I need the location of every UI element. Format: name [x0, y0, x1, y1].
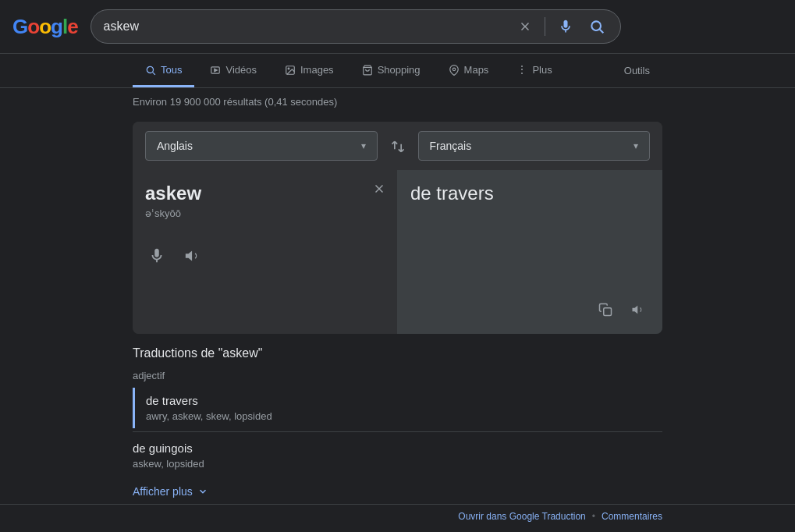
svg-rect-15 — [604, 308, 612, 316]
pos-label: adjectif — [133, 370, 662, 381]
nav-tabs: Tous Vidéos Images Shopping — [0, 54, 795, 88]
speaker-icon — [184, 247, 201, 264]
close-icon — [518, 20, 532, 34]
svg-marker-16 — [633, 306, 638, 314]
translation-secondary-2: askew, lopsided — [133, 458, 662, 470]
source-lang-chevron-icon: ▾ — [361, 140, 366, 151]
translation-entry-1: de travers awry, askew, skew, lopsided — [133, 388, 662, 428]
svg-line-3 — [599, 30, 603, 34]
source-phonetic: əˈskyōō — [145, 207, 385, 219]
svg-point-11 — [453, 68, 456, 71]
svg-point-2 — [591, 21, 601, 30]
copy-icon — [598, 303, 612, 317]
target-audio-controls — [410, 298, 650, 321]
footer-separator: • — [592, 511, 595, 522]
results-count: Environ 19 900 000 résultats (0,41 secon… — [0, 88, 795, 115]
source-audio-controls — [145, 238, 385, 268]
tab-plus-label: Plus — [532, 64, 552, 76]
tab-maps[interactable]: Maps — [436, 54, 502, 87]
search-bar[interactable] — [91, 9, 621, 44]
tab-maps-label: Maps — [464, 64, 489, 76]
tab-shopping-label: Shopping — [378, 64, 421, 76]
header: Google — [0, 0, 795, 54]
source-speaker-button[interactable] — [181, 244, 204, 268]
swap-icon — [390, 139, 406, 154]
translation-primary-1: de travers — [146, 394, 662, 407]
copy-button[interactable] — [594, 298, 617, 321]
footer-links: Ouvrir dans Google Traduction • Commenta… — [0, 504, 795, 528]
language-selectors: Anglais ▾ Français ▾ — [133, 122, 662, 170]
search-input[interactable] — [104, 20, 515, 34]
mic-icon — [558, 19, 573, 34]
search-divider — [545, 17, 545, 36]
tab-tous[interactable]: Tous — [133, 54, 194, 87]
swap-languages-button[interactable] — [387, 135, 409, 158]
open-google-translate-link[interactable]: Ouvrir dans Google Traduction — [458, 511, 585, 522]
target-box: de travers — [398, 170, 662, 334]
source-box: askew əˈskyōō — [133, 170, 398, 334]
svg-point-9 — [288, 68, 289, 69]
outils-button[interactable]: Outils — [612, 55, 662, 86]
clear-translation-button[interactable] — [372, 181, 386, 196]
translations-title: Traductions de "askew" — [133, 346, 662, 360]
svg-marker-7 — [215, 69, 218, 73]
show-more-button[interactable]: Afficher plus — [133, 485, 208, 498]
tab-tous-label: Tous — [161, 64, 182, 76]
target-language-selector[interactable]: Français ▾ — [418, 131, 651, 161]
plus-icon: ⋮ — [516, 63, 527, 76]
tous-icon — [145, 63, 156, 76]
target-word: de travers — [410, 183, 650, 204]
source-mic-button[interactable] — [145, 244, 169, 268]
tab-images-label: Images — [300, 64, 334, 76]
source-language-selector[interactable]: Anglais ▾ — [145, 131, 378, 161]
tab-images[interactable]: Images — [272, 54, 346, 87]
close-icon — [372, 182, 386, 196]
svg-point-4 — [147, 67, 153, 73]
google-logo: Google — [12, 15, 78, 39]
maps-icon — [449, 63, 460, 76]
search-icon — [589, 19, 605, 34]
tab-videos-label: Vidéos — [225, 64, 257, 76]
translation-boxes: askew əˈskyōō — [133, 170, 662, 334]
target-lang-chevron-icon: ▾ — [634, 140, 638, 151]
translation-card: Anglais ▾ Français ▾ askew əˈskyōō — [133, 122, 662, 334]
svg-line-5 — [153, 73, 155, 75]
translations-section: Traductions de "askew" adjectif de trave… — [133, 346, 662, 498]
tab-shopping[interactable]: Shopping — [350, 54, 433, 87]
search-button[interactable] — [586, 16, 608, 37]
images-icon — [285, 63, 296, 76]
microphone-button[interactable] — [555, 16, 577, 37]
mic-icon — [148, 247, 165, 264]
comments-link[interactable]: Commentaires — [602, 511, 662, 522]
videos-icon — [210, 63, 221, 76]
translation-secondary-1: awry, askew, skew, lopsided — [146, 410, 662, 422]
translation-entry-2: de guingois askew, lopsided — [133, 431, 662, 479]
search-icons — [515, 16, 608, 37]
chevron-down-icon — [197, 486, 208, 497]
translation-primary-2: de guingois — [133, 442, 662, 455]
source-word: askew — [145, 183, 385, 204]
speaker-icon — [631, 303, 645, 317]
clear-search-button[interactable] — [515, 16, 535, 37]
svg-marker-14 — [186, 251, 192, 261]
shopping-icon — [362, 63, 373, 76]
tab-videos[interactable]: Vidéos — [197, 54, 269, 87]
tab-plus[interactable]: ⋮ Plus — [504, 54, 564, 87]
target-speaker-button[interactable] — [626, 298, 650, 321]
